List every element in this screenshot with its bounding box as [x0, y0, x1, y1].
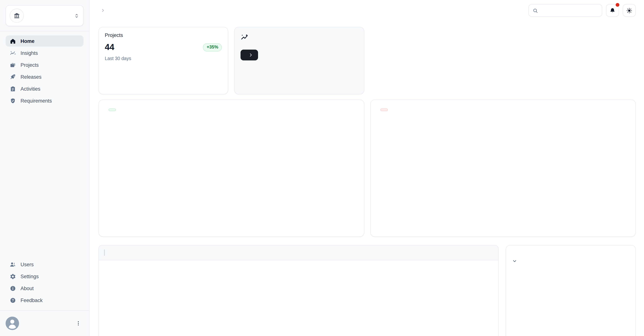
sidebar-item-requirements[interactable]: Requirements [6, 95, 84, 106]
gear-icon [10, 273, 16, 280]
sidebar-item-insights[interactable]: Insights [6, 47, 84, 58]
sparkle-trend-icon [241, 33, 358, 42]
requirements-badge [108, 108, 116, 111]
topbar-actions [528, 4, 636, 17]
users-icon [10, 261, 16, 268]
sidebar-item-label: Users [20, 262, 34, 267]
help-icon: ? [10, 297, 16, 303]
sidebar-nav-secondary: UsersSettingsAbout?Feedback [0, 255, 89, 306]
sidebar: HomeInsightsProjectsReleasesActivitiesRe… [0, 0, 90, 336]
user-account-row[interactable] [0, 311, 89, 336]
chevron-right-icon [101, 8, 105, 13]
sidebar-item-label: Home [20, 38, 34, 44]
sidebar-item-about[interactable]: About [6, 283, 84, 294]
sidebar-item-activities[interactable]: Activities [6, 83, 84, 94]
organization-text [28, 15, 70, 16]
chevrons-up-down-icon [74, 13, 80, 18]
metric-title: Projects [105, 32, 222, 38]
resolution-time-panel [370, 100, 636, 237]
organization-selector[interactable] [6, 5, 84, 26]
search-box[interactable] [528, 4, 602, 17]
sidebar-item-label: Insights [20, 50, 38, 56]
sidebar-item-projects[interactable]: Projects [6, 59, 84, 70]
folders-icon [10, 62, 16, 68]
sun-icon [626, 7, 632, 14]
sparkle-trend-icon [241, 33, 249, 42]
home-icon [10, 38, 16, 44]
insights-icon [10, 50, 16, 56]
metric-period: Last 30 days [105, 56, 222, 61]
organization-icon [10, 8, 24, 23]
sidebar-item-home[interactable]: Home [6, 36, 84, 46]
sidebar-item-settings[interactable]: Settings [6, 271, 84, 282]
table-header-row [99, 246, 498, 260]
user-menu-button[interactable] [75, 319, 84, 328]
breadcrumb [98, 8, 108, 13]
sidebar-item-feedback[interactable]: ?Feedback [6, 294, 84, 306]
avatar [6, 316, 19, 330]
sidebar-item-label: About [20, 286, 34, 291]
sidebar-item-label: Activities [20, 86, 40, 92]
sidebar-item-releases[interactable]: Releases [6, 71, 84, 82]
info-icon [10, 285, 16, 292]
select-all-checkbox[interactable] [104, 250, 105, 256]
chart-panels [98, 100, 636, 237]
home-icon [10, 38, 16, 44]
kebab-menu-icon [75, 320, 81, 326]
notification-dot [616, 3, 620, 7]
sidebar-item-label: Settings [20, 274, 39, 279]
app-window: HomeInsightsProjectsReleasesActivitiesRe… [0, 0, 644, 336]
sidebar-item-label: Releases [20, 74, 42, 80]
help-icon: ? [10, 297, 16, 303]
chevron-right-icon [248, 52, 254, 58]
project-tree-panel [506, 245, 636, 336]
sidebar-item-label: Requirements [20, 98, 52, 104]
metric-card-projects: Projects44+35%Last 30 days [98, 27, 228, 94]
sun-icon [626, 7, 632, 14]
chevron-right-icon [101, 8, 105, 13]
requirements-panel [98, 100, 364, 237]
chevron-right-icon [248, 52, 254, 58]
chevron-down-icon [512, 258, 517, 264]
chevron-down-icon [512, 258, 517, 264]
overview-cards: Projects44+35%Last 30 days [98, 27, 636, 94]
resolution-badge [380, 108, 388, 111]
resolution-bar-chart [376, 115, 488, 171]
get-insights-button[interactable] [241, 50, 258, 60]
info-icon [10, 285, 16, 292]
tree-node-core-backend[interactable] [512, 258, 630, 264]
sidebar-item-label: Projects [20, 62, 39, 68]
search-icon [532, 8, 538, 13]
clipboard-icon [10, 86, 16, 92]
clipboard-icon [10, 86, 16, 92]
theme-toggle-button[interactable] [623, 4, 636, 17]
svg-text:?: ? [12, 298, 14, 302]
sidebar-item-label: Feedback [20, 298, 43, 303]
chevrons-up-down-icon [74, 13, 80, 18]
statistics-section [98, 245, 636, 336]
sidebar-item-users[interactable]: Users [6, 259, 84, 270]
topbar [98, 0, 636, 21]
search-input[interactable] [541, 8, 598, 13]
shield-icon [10, 98, 16, 104]
requirements-area-chart [105, 115, 217, 171]
users-icon [10, 261, 16, 268]
rocket-icon [10, 74, 16, 80]
notifications-button[interactable] [606, 4, 619, 17]
sidebar-nav-primary: HomeInsightsProjectsReleasesActivitiesRe… [0, 31, 89, 107]
insights-icon [10, 50, 16, 56]
rocket-icon [10, 74, 16, 80]
explore-data-card [234, 27, 364, 94]
search-icon [532, 8, 538, 13]
metric-badge: +35% [203, 43, 222, 51]
bank-icon [14, 12, 20, 19]
sparkline-projects [105, 68, 222, 90]
metric-value: 44 [105, 42, 114, 52]
folders-icon [10, 62, 16, 68]
user-meta [23, 323, 72, 324]
security-requirements-table [98, 245, 498, 336]
sidebar-spacer [0, 107, 89, 255]
bell-icon [609, 7, 616, 14]
person-icon [6, 316, 19, 330]
gear-icon [10, 273, 16, 280]
